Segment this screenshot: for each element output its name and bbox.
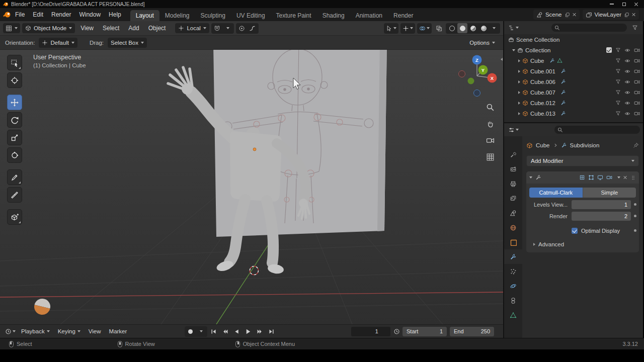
tab-particle-properties[interactable] — [504, 264, 522, 279]
tab-shading[interactable]: Shading — [317, 10, 350, 21]
frame-start-field[interactable]: Start 1 — [403, 327, 447, 336]
modifier-extras-chevron[interactable] — [617, 176, 620, 178]
tab-tool-properties[interactable] — [504, 147, 522, 162]
disable-render-icon[interactable] — [634, 111, 640, 117]
modifier-wrench-badge[interactable] — [549, 58, 555, 63]
hide-eye-icon[interactable] — [624, 58, 630, 64]
tab-viewlayer-properties[interactable] — [504, 191, 522, 206]
selectable-funnel-icon[interactable] — [615, 111, 621, 116]
tool-annotate[interactable] — [7, 169, 22, 185]
outliner-row-cube-007[interactable]: Cube.007 — [504, 87, 643, 98]
tab-sculpting[interactable]: Sculpting — [195, 10, 231, 21]
hide-eye-icon[interactable] — [624, 47, 630, 53]
expand-arrow-icon[interactable] — [512, 49, 515, 51]
realtime-toggle-icon[interactable] — [597, 174, 603, 180]
tool-add-cube[interactable] — [7, 209, 22, 225]
menu-window[interactable]: Window — [75, 8, 105, 21]
tab-texture-paint[interactable]: Texture Paint — [271, 10, 317, 21]
hide-eye-icon[interactable] — [624, 89, 630, 96]
render-toggle-icon[interactable] — [606, 174, 612, 180]
properties-editor-type-button[interactable] — [507, 125, 520, 135]
animate-decorator-dot[interactable] — [634, 215, 636, 217]
drag-setting-dropdown[interactable]: Select Box — [108, 38, 147, 48]
modifier-wrench-badge[interactable] — [560, 79, 566, 84]
mesh-data-badge[interactable] — [557, 58, 562, 63]
snap-magnet-toggle[interactable] — [212, 23, 222, 33]
optimal-display-checkbox[interactable] — [572, 228, 578, 234]
outliner-row-cube-012[interactable]: Cube.012 — [504, 98, 643, 108]
modifier-wrench-badge[interactable] — [560, 111, 566, 116]
modifier-wrench-badge[interactable] — [560, 89, 566, 95]
animate-decorator-dot[interactable] — [634, 229, 636, 232]
tool-select-box[interactable] — [7, 55, 22, 70]
levels-render-field[interactable]: 2 — [572, 212, 631, 221]
play-button[interactable] — [243, 327, 254, 336]
expand-arrow-icon[interactable] — [518, 91, 520, 94]
xray-toggle[interactable] — [434, 23, 444, 33]
new-viewlayer-icon[interactable] — [624, 12, 629, 18]
add-modifier-dropdown[interactable]: Add Modifier — [526, 155, 639, 166]
tab-layout[interactable]: Layout — [130, 10, 159, 21]
blender-menu-icon[interactable] — [3, 11, 11, 19]
expand-arrow-icon[interactable] — [518, 59, 520, 62]
animate-decorator-dot[interactable] — [634, 203, 636, 206]
transform-orientation-dropdown[interactable]: Local — [175, 23, 209, 33]
zoom-button[interactable] — [484, 101, 496, 113]
menu-help[interactable]: Help — [105, 8, 125, 21]
tool-cursor[interactable] — [7, 72, 22, 88]
navigation-gizmo[interactable]: Z Y X — [457, 53, 497, 99]
catmull-clark-button[interactable]: Catmull-Clark — [529, 188, 583, 198]
disable-render-icon[interactable] — [634, 79, 640, 85]
menu-keying[interactable]: Keying — [54, 325, 84, 338]
menu-view[interactable]: View — [77, 21, 97, 35]
disable-render-icon[interactable] — [634, 58, 640, 64]
hide-eye-icon[interactable] — [624, 111, 630, 117]
shading-wireframe-button[interactable] — [447, 23, 457, 33]
snap-dropdown[interactable] — [223, 23, 233, 33]
tab-world-properties[interactable] — [504, 220, 522, 235]
outliner-row-scene-collection[interactable]: Scene Collection — [504, 34, 643, 45]
disable-render-icon[interactable] — [634, 89, 640, 96]
breadcrumb-modifier[interactable]: Subdivision — [570, 142, 600, 148]
menu-object[interactable]: Object — [145, 21, 170, 35]
gizmo-neg-z-ball[interactable] — [474, 90, 480, 97]
show-gizmos-dropdown[interactable] — [401, 23, 414, 33]
selectable-funnel-icon[interactable] — [615, 89, 621, 95]
tab-render[interactable]: Render — [388, 10, 419, 21]
sidebar-collapse-arrow[interactable] — [501, 58, 503, 61]
frame-end-field[interactable]: End 250 — [450, 327, 494, 336]
outliner-row-cube[interactable]: Cube — [504, 55, 643, 66]
pan-button[interactable] — [484, 118, 496, 130]
tab-constraint-properties[interactable] — [504, 293, 522, 308]
tab-modeling[interactable]: Modeling — [159, 10, 195, 21]
viewlayer-selector[interactable]: ViewLayer — [583, 10, 639, 20]
outliner-row-cube-006[interactable]: Cube.006 — [504, 76, 643, 87]
prev-keyframe-button[interactable] — [220, 327, 230, 336]
shading-dropdown[interactable] — [489, 23, 499, 33]
tool-transform[interactable] — [7, 147, 22, 163]
jump-to-end-button[interactable] — [266, 327, 277, 336]
disable-render-icon[interactable] — [634, 68, 640, 74]
timeline-editor-type-button[interactable] — [4, 326, 17, 336]
outliner-row-cube-001[interactable]: Cube.001 — [504, 66, 643, 76]
close-button[interactable] — [630, 0, 642, 8]
tool-measure[interactable] — [7, 187, 22, 203]
options-dropdown[interactable]: Options — [466, 38, 498, 48]
outliner-row-collection[interactable]: Collection — [504, 45, 643, 55]
tool-scale[interactable] — [7, 130, 22, 145]
tab-object-data-properties[interactable] — [504, 308, 522, 322]
current-frame-field[interactable]: 1 — [351, 327, 390, 336]
tool-rotate[interactable] — [7, 112, 22, 128]
3d-viewport[interactable]: User Perspective (1) Collection | Cube — [0, 50, 503, 324]
selectable-funnel-icon[interactable] — [615, 47, 621, 53]
unlink-scene-icon[interactable] — [573, 13, 577, 17]
auto-key-record-button[interactable] — [186, 326, 196, 336]
advanced-section-toggle[interactable]: Advanced — [533, 241, 639, 247]
sphere-object[interactable] — [33, 297, 52, 317]
menu-select[interactable]: Select — [99, 21, 123, 35]
tab-scene-properties[interactable] — [504, 206, 522, 220]
proportional-falloff-dropdown[interactable] — [248, 23, 258, 33]
proportional-editing-toggle[interactable] — [237, 23, 247, 33]
edit-mode-toggle-icon[interactable] — [588, 174, 594, 180]
menu-playback[interactable]: Playback — [18, 325, 53, 338]
